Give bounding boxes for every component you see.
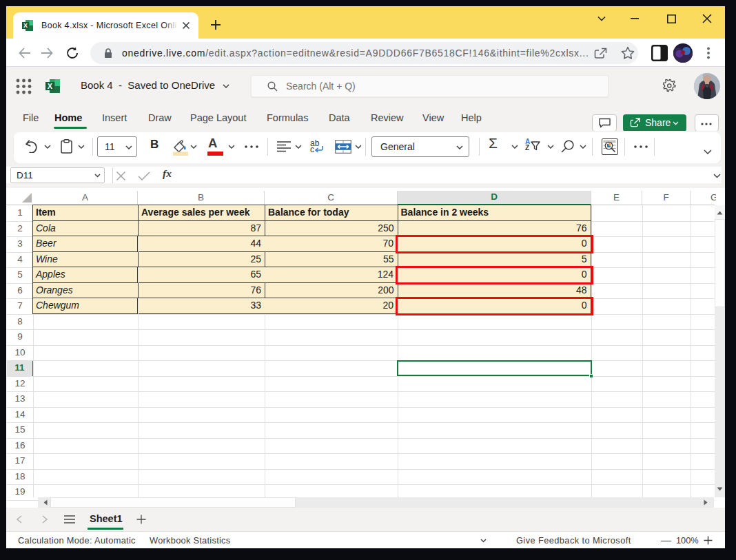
svg-text:X: X bbox=[23, 22, 28, 29]
svg-text:X: X bbox=[48, 82, 53, 90]
